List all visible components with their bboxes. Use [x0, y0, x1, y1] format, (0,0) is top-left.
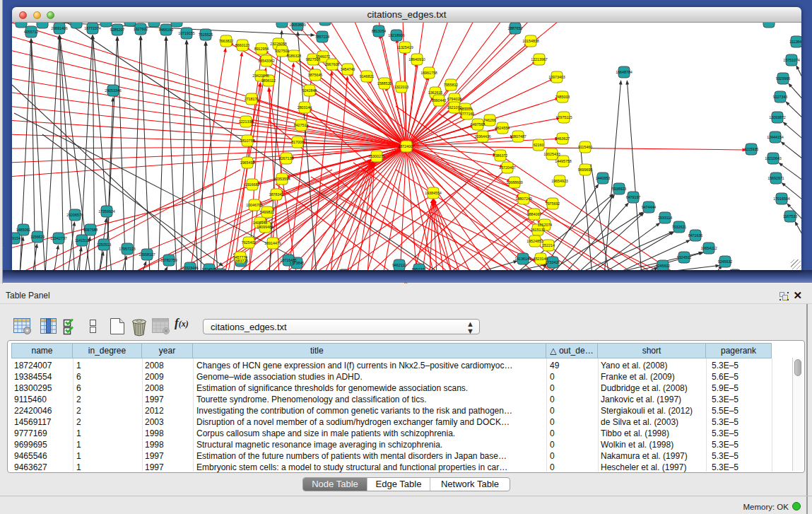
svg-text:17957223: 17957223 [119, 247, 136, 251]
svg-text:2933114: 2933114 [658, 216, 672, 220]
svg-text:9245602: 9245602 [656, 264, 671, 268]
svg-text:1588520: 1588520 [377, 81, 392, 86]
svg-text:9457774: 9457774 [233, 255, 248, 259]
svg-text:16961758: 16961758 [420, 71, 437, 75]
svg-text:2451109: 2451109 [458, 107, 472, 111]
svg-text:14136141: 14136141 [514, 257, 531, 261]
svg-text:2887652: 2887652 [508, 26, 523, 30]
svg-text:23226058: 23226058 [270, 42, 287, 46]
svg-text:6479197: 6479197 [626, 195, 641, 199]
svg-text:8990443: 8990443 [432, 98, 447, 103]
svg-text:12342737: 12342737 [50, 236, 67, 240]
svg-text:3454749: 3454749 [341, 67, 355, 71]
svg-text:1327602: 1327602 [134, 27, 148, 31]
svg-text:10053809: 10053809 [289, 23, 306, 27]
svg-text:8427512: 8427512 [294, 123, 309, 127]
svg-text:19384554: 19384554 [425, 191, 442, 195]
svg-text:7625402: 7625402 [242, 240, 257, 245]
svg-text:10958107: 10958107 [139, 252, 155, 257]
svg-text:18640910: 18640910 [408, 57, 425, 62]
svg-text:2803144: 2803144 [298, 105, 312, 110]
svg-text:17359924: 17359924 [98, 209, 115, 214]
svg-text:2967608: 2967608 [325, 62, 340, 66]
svg-text:9097588: 9097588 [83, 228, 98, 232]
svg-text:9146821: 9146821 [360, 74, 375, 78]
svg-text:9462110: 9462110 [392, 263, 406, 267]
svg-text:18724007: 18724007 [398, 144, 415, 148]
svg-text:12213967: 12213967 [531, 57, 548, 62]
svg-text:3624554: 3624554 [495, 126, 510, 130]
svg-text:29053346: 29053346 [105, 88, 122, 93]
svg-text:4055712: 4055712 [24, 30, 39, 34]
svg-text:10025433: 10025433 [543, 152, 560, 156]
svg-text:9896112: 9896112 [261, 78, 276, 83]
svg-text:1156829: 1156829 [30, 235, 45, 239]
svg-text:8186328: 8186328 [287, 54, 302, 58]
svg-text:1167533: 1167533 [783, 214, 797, 218]
svg-text:1362615: 1362615 [428, 90, 443, 95]
svg-text:12353594: 12353594 [273, 177, 290, 181]
svg-text:7955812: 7955812 [444, 83, 459, 87]
svg-text:15692971: 15692971 [767, 176, 784, 180]
svg-text:8466160: 8466160 [159, 28, 174, 32]
svg-text:7032621: 7032621 [672, 225, 687, 229]
svg-text:15720407: 15720407 [499, 165, 516, 170]
svg-text:19524851: 19524851 [526, 239, 543, 243]
svg-text:9463627: 9463627 [555, 136, 570, 141]
svg-text:9699695: 9699695 [578, 168, 593, 172]
svg-text:12975115: 12975115 [555, 115, 572, 119]
svg-text:19654923: 19654923 [551, 179, 568, 183]
svg-text:16543362: 16543362 [258, 59, 275, 63]
svg-text:19218906: 19218906 [388, 33, 405, 37]
svg-text:10154838: 10154838 [522, 39, 539, 43]
svg-text:20206578: 20206578 [66, 213, 83, 217]
svg-text:20364436: 20364436 [474, 134, 491, 139]
svg-text:9115460: 9115460 [578, 145, 592, 149]
svg-text:6794028: 6794028 [447, 97, 462, 101]
svg-text:1615132: 1615132 [531, 228, 546, 232]
svg-text:3875645: 3875645 [308, 73, 323, 77]
svg-text:10654112: 10654112 [700, 246, 717, 250]
svg-text:7515525: 7515525 [199, 33, 213, 37]
svg-text:14495758: 14495758 [555, 159, 572, 163]
svg-text:9324502: 9324502 [677, 255, 692, 259]
svg-text:9227343: 9227343 [773, 95, 788, 99]
svg-text:1250513: 1250513 [97, 243, 112, 247]
svg-text:11325419: 11325419 [396, 45, 413, 49]
svg-text:3878342: 3878342 [269, 192, 284, 197]
svg-text:18807249: 18807249 [515, 197, 532, 201]
svg-text:9242848: 9242848 [302, 88, 317, 93]
svg-text:20691406: 20691406 [51, 26, 68, 30]
svg-text:16772374: 16772374 [84, 26, 101, 30]
svg-text:15751074: 15751074 [783, 58, 800, 62]
svg-text:8471636: 8471636 [688, 233, 703, 238]
svg-text:9474444: 9474444 [642, 205, 657, 209]
svg-text:7485003: 7485003 [555, 95, 570, 99]
svg-text:7975692: 7975692 [546, 201, 560, 206]
svg-text:9884067: 9884067 [527, 212, 542, 216]
svg-text:10046708: 10046708 [246, 203, 263, 207]
svg-text:12093872: 12093872 [769, 115, 786, 119]
svg-text:8660123: 8660123 [235, 43, 250, 47]
svg-text:23420046: 23420046 [252, 74, 269, 78]
svg-text:1112843: 1112843 [789, 40, 801, 44]
svg-text:8952371: 8952371 [412, 267, 427, 270]
svg-text:1523146: 1523146 [534, 257, 548, 261]
svg-text:5938923: 5938923 [612, 187, 627, 191]
svg-text:14099485: 14099485 [257, 225, 273, 229]
svg-text:9327503: 9327503 [275, 49, 290, 53]
svg-text:10688609: 10688609 [506, 180, 523, 185]
svg-text:9285207: 9285207 [110, 28, 125, 32]
svg-text:9245632: 9245632 [718, 259, 733, 264]
svg-text:1810755: 1810755 [240, 139, 255, 143]
svg-text:8267130: 8267130 [279, 156, 294, 160]
svg-text:16648784: 16648784 [616, 70, 632, 74]
svg-text:1141519: 1141519 [75, 238, 89, 243]
svg-text:1440953: 1440953 [596, 176, 611, 180]
svg-text:62160: 62160 [534, 143, 544, 147]
svg-text:746266: 746266 [483, 118, 496, 122]
svg-text:6497568: 6497568 [471, 122, 486, 127]
svg-text:7386372: 7386372 [493, 153, 508, 158]
svg-text:7663822: 7663822 [219, 39, 234, 43]
svg-text:1221338: 1221338 [239, 119, 254, 124]
